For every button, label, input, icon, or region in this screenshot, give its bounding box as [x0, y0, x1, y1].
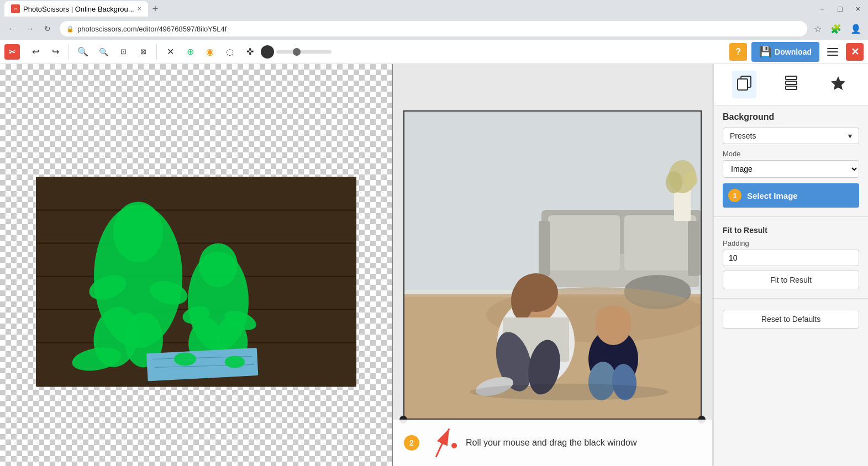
- zoom-custom-button[interactable]: ⊠: [134, 43, 152, 61]
- move-button[interactable]: ✜: [241, 43, 259, 61]
- paint-button[interactable]: ◌: [221, 43, 239, 61]
- tab-close-button[interactable]: ×: [138, 5, 141, 13]
- svg-rect-63: [786, 86, 797, 89]
- zoom-out-button[interactable]: 🔍: [94, 43, 112, 61]
- download-label: Download: [775, 47, 812, 56]
- browser-tab[interactable]: ✂ PhotoScissors | Online Backgrou... ×: [4, 1, 148, 17]
- logo-image: ✂: [4, 44, 20, 60]
- star-icon-svg: [830, 75, 846, 91]
- left-editor-panel: [0, 64, 393, 466]
- redo-button[interactable]: ↪: [46, 43, 64, 61]
- preview-outline-border: [403, 110, 702, 420]
- zoom-fit-button[interactable]: ⊡: [114, 43, 132, 61]
- toolbar-right: ? 💾 Download ✕: [729, 42, 864, 62]
- svg-point-14: [199, 243, 238, 287]
- clear-button[interactable]: ✕: [161, 43, 179, 61]
- mode-select[interactable]: Image: [723, 160, 859, 178]
- reset-defaults-button[interactable]: Reset to Defaults: [723, 310, 859, 329]
- browser-chrome: ✂ PhotoScissors | Online Backgrou... × +…: [0, 0, 868, 40]
- svg-point-7: [113, 202, 163, 262]
- svg-rect-60: [738, 79, 748, 90]
- close-button[interactable]: ×: [853, 3, 864, 14]
- url-text: photoscissors.com/editor/496768597/8iloY…: [77, 25, 227, 33]
- minimize-button[interactable]: −: [817, 3, 828, 14]
- divider-1: [714, 216, 868, 217]
- svg-point-23: [225, 356, 245, 368]
- instruction-bar: 2 Roll your mouse and drag the black win…: [393, 420, 712, 466]
- main-content: 2 Roll your mouse and drag the black win…: [0, 64, 868, 466]
- instruction-text: Roll your mouse and drag the black windo…: [466, 438, 637, 448]
- back-button[interactable]: ←: [4, 21, 20, 36]
- app-close-button[interactable]: ✕: [846, 43, 864, 61]
- restore-button[interactable]: □: [834, 3, 845, 14]
- copy-layers-icon-button[interactable]: [732, 71, 756, 98]
- zoom-in-button[interactable]: 🔍: [73, 43, 92, 61]
- menu-line-3: [827, 55, 838, 56]
- background-title: Background: [723, 112, 859, 122]
- select-image-badge: 1: [728, 189, 741, 202]
- brush-preview: [261, 45, 274, 59]
- separator-2: [156, 44, 157, 60]
- right-sidebar: Background Presets ▾ Mode Image 1 Select…: [713, 64, 868, 466]
- help-button[interactable]: ?: [729, 43, 747, 61]
- title-bar: ✂ PhotoScissors | Online Backgrou... × +…: [0, 0, 868, 18]
- layers-icon-button[interactable]: [779, 71, 803, 98]
- presets-label: Presets: [730, 131, 756, 140]
- svg-rect-61: [786, 76, 797, 80]
- nav-buttons: ← → ↻: [4, 21, 55, 36]
- eraser-button[interactable]: ◉: [201, 43, 219, 61]
- separator-1: [69, 44, 69, 60]
- size-slider-track[interactable]: [276, 50, 332, 54]
- bookmark-icon[interactable]: ☆: [812, 22, 824, 36]
- address-input[interactable]: 🔒 photoscissors.com/editor/496768597/8il…: [60, 21, 807, 36]
- editor-image: [36, 177, 356, 386]
- svg-point-22: [174, 352, 196, 366]
- extension-icon[interactable]: 🧩: [828, 22, 844, 36]
- add-selection-button[interactable]: ⊕: [181, 43, 199, 61]
- address-bar: ← → ↻ 🔒 photoscissors.com/editor/4967685…: [0, 18, 868, 40]
- download-button[interactable]: 💾 Download: [751, 42, 819, 62]
- tab-favicon: ✂: [11, 4, 20, 13]
- preview-container[interactable]: [403, 110, 702, 420]
- svg-line-57: [428, 428, 456, 457]
- app-logo: ✂: [4, 44, 20, 60]
- undo-button[interactable]: ↩: [27, 43, 44, 61]
- app-toolbar: ✂ ↩ ↪ 🔍 🔍 ⊡ ⊠ ✕ ⊕ ◉ ◌ ✜ ? 💾 Download ✕: [0, 40, 868, 64]
- editor-image-container[interactable]: [36, 177, 356, 386]
- layers-icon-svg: [783, 75, 799, 91]
- title-bar-right: − □ ×: [817, 3, 864, 14]
- refresh-button[interactable]: ↻: [40, 21, 55, 36]
- sidebar-icon-tabs: [714, 64, 868, 105]
- photo-background: [36, 177, 356, 386]
- arrow-icon: [422, 422, 464, 464]
- tab-label: PhotoScissors | Online Backgrou...: [23, 5, 134, 13]
- new-tab-button[interactable]: +: [150, 3, 161, 15]
- browser-icons: ☆ 🧩 👤: [812, 22, 864, 36]
- fit-to-result-button[interactable]: Fit to Result: [723, 271, 859, 289]
- fit-to-result-section: Fit to Result Padding Fit to Result: [714, 219, 868, 296]
- svg-rect-62: [786, 81, 797, 84]
- presets-button[interactable]: Presets ▾: [723, 128, 859, 144]
- right-preview-panel: 2 Roll your mouse and drag the black win…: [393, 64, 713, 466]
- copy-icon-svg: [737, 75, 752, 91]
- title-bar-left: ✂ PhotoScissors | Online Backgrou... × +: [4, 1, 160, 17]
- select-image-button[interactable]: 1 Select Image: [723, 183, 859, 208]
- padding-input[interactable]: [723, 250, 859, 266]
- size-slider-thumb[interactable]: [293, 48, 301, 56]
- select-image-label: Select Image: [747, 191, 798, 200]
- svg-marker-64: [831, 76, 845, 90]
- divider-2: [714, 298, 868, 299]
- menu-line-2: [827, 51, 838, 52]
- brush-size-control: [261, 45, 332, 59]
- padding-label: Padding: [723, 239, 859, 247]
- background-section: Background Presets ▾ Mode Image 1 Select…: [714, 105, 868, 214]
- green-silhouette-overlay: [36, 177, 356, 386]
- step-2-badge: 2: [404, 435, 419, 451]
- presets-chevron-icon: ▾: [848, 131, 852, 140]
- forward-button[interactable]: →: [22, 21, 38, 36]
- star-icon-button[interactable]: [826, 71, 850, 98]
- mode-label: Mode: [723, 150, 859, 158]
- menu-button[interactable]: [824, 43, 841, 61]
- account-icon[interactable]: 👤: [848, 22, 864, 36]
- menu-line-1: [827, 48, 838, 49]
